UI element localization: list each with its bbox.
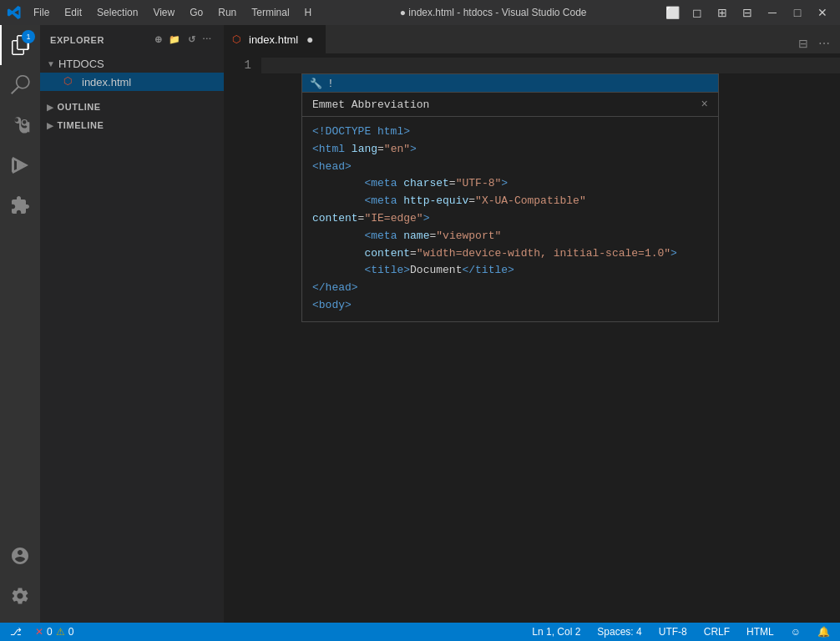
timeline-arrow-icon: ▶	[47, 121, 54, 130]
tab-filename: index.html	[249, 33, 298, 46]
git-branch-icon: ⎇	[10, 626, 22, 638]
folder-arrow-icon: ▼	[47, 59, 55, 68]
minimize-button[interactable]: ─	[762, 4, 783, 21]
source-control-badge: 1	[22, 30, 35, 43]
menu-file[interactable]: File	[27, 5, 56, 20]
editor-area: ⬡ index.html ● ⊟ ⋯ 1 !	[224, 25, 840, 623]
emmet-header: Emmet Abbreviation ×	[302, 93, 718, 117]
emmet-line-2: <head>	[312, 159, 708, 176]
code-area[interactable]: ! 🔧 ! 🔧 !!!	[261, 54, 840, 623]
emmet-line-6: content="width=device-width, initial-sca…	[312, 245, 708, 263]
folder-name: HTDOCS	[58, 58, 104, 70]
file-explorer: ▼ HTDOCS ⬡ index.html	[40, 54, 224, 91]
outline-section[interactable]: ▶ OUTLINE	[40, 98, 224, 116]
customize-layout-button[interactable]: ⊟	[736, 4, 758, 21]
language-mode[interactable]: HTML	[743, 623, 777, 641]
emmet-title: Emmet Abbreviation	[312, 98, 429, 111]
tab-index-html[interactable]: ⬡ index.html ●	[224, 25, 326, 53]
emmet-line-8: </head>	[312, 280, 708, 297]
tab-bar: ⬡ index.html ● ⊟ ⋯	[224, 25, 840, 54]
layout-button[interactable]: ⊞	[711, 4, 733, 21]
folder-htdocs[interactable]: ▼ HTDOCS	[40, 54, 224, 73]
emmet-line-3: <meta charset="UTF-8">	[312, 175, 708, 193]
encoding[interactable]: UTF-8	[655, 623, 691, 641]
menu-h[interactable]: H	[298, 5, 319, 20]
tab-bar-actions: ⊟ ⋯	[788, 33, 840, 53]
emmet-line-7: <title>Document</title>	[312, 262, 708, 280]
emmet-popup: Emmet Abbreviation × <!DOCTYPE html> <ht…	[301, 92, 719, 322]
menu-selection[interactable]: Selection	[90, 5, 144, 20]
activity-item-settings[interactable]	[0, 576, 40, 616]
feedback-icon: ☺	[791, 626, 801, 638]
code-line-1: !	[261, 58, 840, 73]
more-tab-options-icon[interactable]: ⋯	[815, 33, 833, 53]
outline-arrow-icon: ▶	[47, 103, 54, 112]
activity-item-account[interactable]	[0, 536, 40, 576]
split-editor-button[interactable]: ⬜	[661, 4, 683, 21]
emmet-line-1: <html lang="en">	[312, 141, 708, 159]
indentation[interactable]: Spaces: 4	[594, 623, 645, 641]
error-count: 0	[47, 626, 53, 638]
tab-close-button[interactable]: ●	[303, 33, 316, 46]
menu-run[interactable]: Run	[211, 5, 243, 20]
editor-content[interactable]: 1 ! 🔧 ! 🔧 !!!	[224, 54, 840, 623]
more-options-icon[interactable]: ⋯	[200, 33, 214, 47]
activity-item-search[interactable]	[0, 65, 40, 105]
language-text: HTML	[746, 626, 774, 638]
main-layout: 1	[0, 25, 840, 623]
sidebar: EXPLORER ⊕ 📁 ↺ ⋯ ▼ HTDOCS ⬡ index.html ▶…	[40, 25, 224, 623]
html-file-icon: ⬡	[63, 75, 77, 88]
toggle-sidebar-button[interactable]: ◻	[686, 4, 708, 21]
feedback-button[interactable]: ☺	[787, 623, 804, 641]
close-button[interactable]: ✕	[812, 4, 833, 21]
title-bar: File Edit Selection View Go Run Terminal…	[0, 0, 840, 25]
activity-item-source-control[interactable]	[0, 105, 40, 145]
split-editor-icon[interactable]: ⊟	[795, 33, 812, 53]
new-file-icon[interactable]: ⊕	[153, 33, 164, 47]
maximize-button[interactable]: □	[787, 4, 808, 21]
tab-html-icon: ⬡	[232, 33, 244, 45]
autocomplete-item-0[interactable]: 🔧 !	[302, 74, 718, 93]
emmet-line-4: <meta http-equiv="X-UA-Compatible" conte…	[312, 193, 708, 228]
menu-bar: File Edit Selection View Go Run Terminal…	[27, 5, 318, 20]
menu-edit[interactable]: Edit	[58, 5, 89, 20]
warning-count: 0	[68, 626, 74, 638]
menu-view[interactable]: View	[146, 5, 181, 20]
line-ending-text: CRLF	[704, 626, 730, 638]
sidebar-title: EXPLORER	[50, 35, 104, 45]
file-index-html[interactable]: ⬡ index.html	[40, 73, 224, 91]
new-folder-icon[interactable]: 📁	[167, 33, 183, 47]
status-left: ⎇ ✕ 0 ⚠ 0	[7, 623, 77, 641]
window-controls: ⬜ ◻ ⊞ ⊟ ─ □ ✕	[661, 4, 833, 21]
sidebar-header: EXPLORER ⊕ 📁 ↺ ⋯	[40, 25, 224, 54]
status-right: Ln 1, Col 2 Spaces: 4 UTF-8 CRLF HTML ☺ …	[529, 623, 833, 641]
line-ending[interactable]: CRLF	[701, 623, 733, 641]
emmet-close-button[interactable]: ×	[701, 98, 708, 111]
vscode-logo-icon	[7, 5, 22, 20]
position-text: Ln 1, Col 2	[532, 626, 580, 638]
emmet-content: <!DOCTYPE html> <html lang="en"> <head> …	[302, 117, 718, 321]
status-bar: ⎇ ✕ 0 ⚠ 0 Ln 1, Col 2 Spaces: 4 UTF-8 CR…	[0, 623, 840, 641]
filename: index.html	[82, 76, 131, 88]
emmet-line-0: <!DOCTYPE html>	[312, 124, 708, 141]
error-icon: ✕	[35, 626, 43, 638]
bell-icon: 🔔	[817, 626, 830, 638]
menu-terminal[interactable]: Terminal	[245, 5, 296, 20]
spaces-text: Spaces: 4	[597, 626, 641, 638]
notifications-button[interactable]: 🔔	[814, 623, 833, 641]
line-numbers: 1	[224, 54, 261, 623]
activity-item-run[interactable]	[0, 145, 40, 185]
errors-status[interactable]: ✕ 0 ⚠ 0	[32, 623, 77, 641]
refresh-icon[interactable]: ↺	[186, 33, 198, 47]
menu-go[interactable]: Go	[183, 5, 210, 20]
emmet-line-9: <body>	[312, 297, 708, 315]
activity-item-explorer[interactable]: 1	[0, 25, 40, 65]
source-control-status[interactable]: ⎇	[7, 623, 25, 641]
window-title: ● index.html - htdocs - Visual Studio Co…	[325, 7, 661, 18]
timeline-section[interactable]: ▶ TIMELINE	[40, 116, 224, 134]
timeline-label: TIMELINE	[58, 120, 104, 130]
wrench-icon-0: 🔧	[309, 77, 322, 90]
cursor-position[interactable]: Ln 1, Col 2	[529, 623, 584, 641]
activity-item-extensions[interactable]	[0, 185, 40, 225]
warning-icon: ⚠	[56, 626, 65, 638]
